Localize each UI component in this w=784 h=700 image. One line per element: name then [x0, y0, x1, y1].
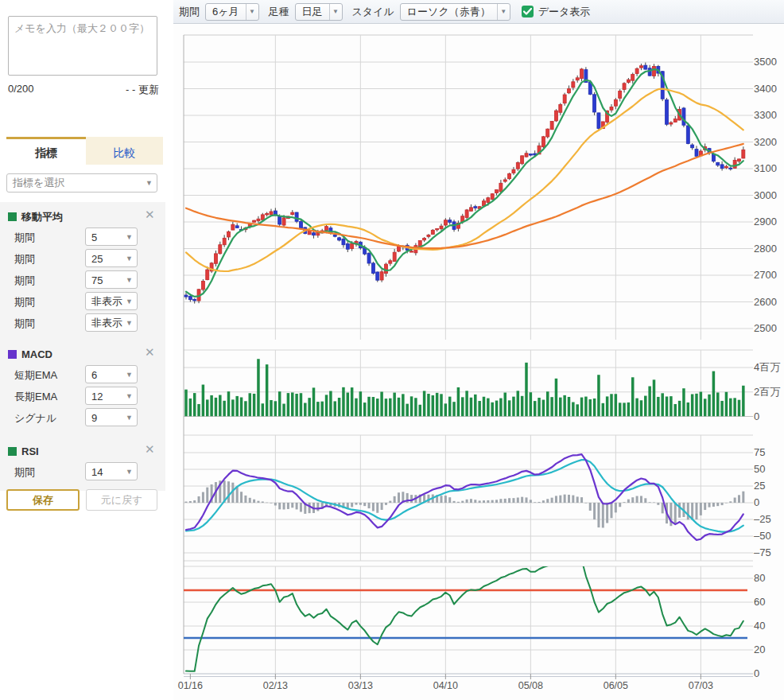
- svg-text:2700: 2700: [754, 269, 777, 281]
- svg-text:20: 20: [754, 644, 765, 655]
- svg-text:75: 75: [754, 446, 765, 458]
- svg-text:25: 25: [754, 480, 765, 492]
- sidebar: 0/200 - - 更新 指標 比較 指標を選択 ▼ 移動平均 ✕ 期間 5 ▼…: [0, 0, 173, 700]
- svg-text:2500: 2500: [754, 322, 777, 334]
- indicator-group-macd: MACD ✕ 短期EMA 6 ▼ 長期EMA 12 ▼ シグナル 9 ▼: [0, 340, 165, 437]
- chevron-down-icon: ▼: [126, 468, 133, 476]
- chevron-down-icon: ▼: [126, 414, 133, 422]
- svg-text:0: 0: [754, 496, 759, 508]
- chevron-down-icon: ▼: [126, 298, 133, 305]
- svg-text:60: 60: [754, 596, 765, 608]
- chevron-down-icon: ▼: [146, 179, 153, 187]
- chevron-down-icon: ▼: [126, 255, 133, 262]
- chevron-down-icon: ▼: [126, 276, 133, 284]
- ma-group-title: 移動平均: [21, 211, 63, 223]
- chart-area: 期間 6ヶ月 ▼ 足種 日足 ▼ スタイル ローソク（赤青） ▼ データ表示 3: [173, 0, 784, 700]
- rsi-color-swatch: [8, 447, 17, 456]
- svg-text:05/08: 05/08: [518, 680, 543, 691]
- svg-text:40: 40: [754, 620, 765, 632]
- style-label: スタイル: [352, 5, 394, 19]
- close-icon[interactable]: ✕: [145, 209, 156, 220]
- svg-text:3300: 3300: [754, 109, 777, 121]
- chevron-down-icon: ▼: [497, 4, 510, 20]
- stock-chart-app: 0/200 - - 更新 指標 比較 指標を選択 ▼ 移動平均 ✕ 期間 5 ▼…: [0, 0, 784, 700]
- save-button[interactable]: 保存: [6, 489, 80, 511]
- svg-text:2百万: 2百万: [754, 386, 780, 398]
- svg-text:01/16: 01/16: [178, 680, 203, 691]
- chevron-down-icon: ▼: [126, 319, 133, 327]
- period-select[interactable]: 6ヶ月 ▼: [205, 3, 259, 21]
- svg-text:–75: –75: [754, 546, 771, 558]
- ma-period-1-select[interactable]: 5 ▼: [85, 228, 138, 246]
- chevron-down-icon: ▼: [126, 233, 133, 241]
- data-display-checkbox[interactable]: [522, 6, 534, 18]
- svg-text:0: 0: [754, 667, 759, 679]
- reset-button[interactable]: 元に戻す: [86, 489, 157, 511]
- svg-text:2800: 2800: [754, 243, 777, 255]
- svg-text:02/13: 02/13: [263, 680, 288, 691]
- chevron-down-icon: ▼: [126, 392, 133, 400]
- svg-text:4百万: 4百万: [754, 361, 780, 373]
- close-icon[interactable]: ✕: [145, 347, 156, 358]
- bartype-label: 足種: [269, 5, 289, 19]
- svg-text:3400: 3400: [754, 83, 777, 95]
- svg-text:2600: 2600: [754, 296, 777, 308]
- indicator-group-ma: 移動平均 ✕ 期間 5 ▼ 期間 25 ▼ 期間 75 ▼ 期間 非表示 ▼: [0, 202, 165, 342]
- svg-text:3500: 3500: [754, 56, 777, 68]
- svg-text:–25: –25: [754, 513, 771, 525]
- svg-text:2900: 2900: [754, 216, 777, 228]
- indicator-group-rsi: RSI ✕ 期間 14 ▼: [0, 437, 165, 491]
- rsi-group-title: RSI: [21, 445, 39, 457]
- svg-text:50: 50: [754, 463, 765, 475]
- chevron-down-icon: ▼: [126, 371, 133, 379]
- ma-period-5-select[interactable]: 非表示 ▼: [85, 313, 138, 332]
- svg-text:80: 80: [754, 572, 765, 584]
- rsi-period-select[interactable]: 14 ▼: [85, 462, 138, 480]
- svg-text:3200: 3200: [754, 136, 777, 148]
- chevron-down-icon: ▼: [329, 4, 342, 20]
- ma-period-4-select[interactable]: 非表示 ▼: [85, 292, 138, 310]
- check-icon: [523, 8, 532, 15]
- svg-text:04/10: 04/10: [433, 680, 458, 691]
- chevron-down-icon: ▼: [246, 4, 258, 20]
- svg-text:06/05: 06/05: [604, 680, 628, 691]
- svg-text:–50: –50: [754, 530, 771, 542]
- period-label: 期間: [179, 5, 200, 19]
- svg-text:0: 0: [754, 410, 759, 422]
- tab-indicators[interactable]: 指標: [6, 137, 86, 165]
- data-display-label: データ表示: [538, 5, 591, 19]
- svg-text:3000: 3000: [754, 189, 777, 201]
- macd-color-swatch: [8, 350, 17, 359]
- memo-update-link[interactable]: - - 更新: [126, 83, 159, 97]
- style-select[interactable]: ローソク（赤青） ▼: [400, 3, 510, 21]
- svg-text:03/13: 03/13: [348, 680, 373, 691]
- memo-char-counter: 0/200: [8, 83, 34, 95]
- tab-compare[interactable]: 比較: [86, 137, 163, 165]
- macd-fast-select[interactable]: 6 ▼: [85, 365, 138, 383]
- macd-slow-select[interactable]: 12 ▼: [85, 387, 138, 405]
- ma-color-swatch: [8, 212, 17, 221]
- chart-toolbar: 期間 6ヶ月 ▼ 足種 日足 ▼ スタイル ローソク（赤青） ▼ データ表示: [173, 0, 784, 24]
- indicator-select[interactable]: 指標を選択 ▼: [6, 173, 157, 192]
- macd-signal-select[interactable]: 9 ▼: [85, 408, 138, 426]
- bartype-select[interactable]: 日足 ▼: [295, 3, 343, 21]
- svg-text:07/03: 07/03: [689, 680, 713, 691]
- ma-period-3-select[interactable]: 75 ▼: [85, 270, 138, 289]
- macd-group-title: MACD: [21, 348, 52, 360]
- ma-period-2-select[interactable]: 25 ▼: [85, 249, 138, 267]
- svg-text:3100: 3100: [754, 162, 777, 174]
- memo-input[interactable]: [8, 16, 157, 76]
- close-icon[interactable]: ✕: [145, 444, 156, 455]
- chart-canvas[interactable]: 3500340033003200310030002900280027002600…: [173, 0, 784, 700]
